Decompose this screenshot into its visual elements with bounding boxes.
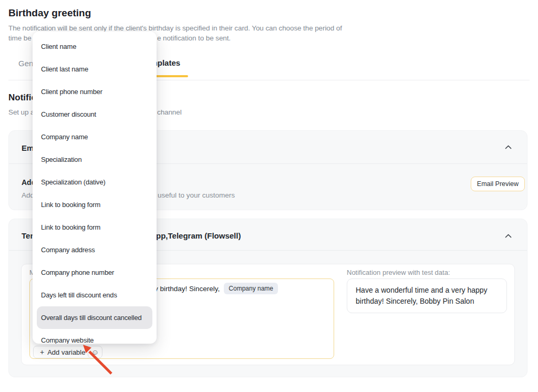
variables-dropdown: Client nameClient last nameClient phone … [33, 32, 157, 344]
editor-text-fragment: y birthday! Sincerely, [154, 285, 220, 293]
dropdown-item[interactable]: Customer discount [33, 103, 157, 126]
dropdown-item[interactable]: Company website [33, 329, 157, 344]
editor-content-row: y birthday! Sincerely, Company name [154, 283, 278, 294]
dropdown-item[interactable]: Client name [33, 35, 157, 58]
dropdown-item[interactable]: Company address [33, 239, 157, 261]
dropdown-item[interactable]: Company name [33, 126, 157, 148]
email-preview-button[interactable]: Email Preview [471, 177, 525, 191]
page-subtitle-line2-right: e notification to be sent. [157, 34, 231, 42]
dropdown-item[interactable]: Link to booking form [33, 193, 157, 216]
company-name-variable-chip[interactable]: Company name [224, 283, 278, 294]
template-card-title-right: pp,Telegram (Flowsell) [156, 231, 241, 240]
notification-preview-text: Have a wonderful time and a very happy b… [356, 285, 498, 307]
chevron-up-icon[interactable] [505, 145, 512, 149]
notification-preview-box: Have a wonderful time and a very happy b… [347, 278, 507, 313]
emoji-picker-button[interactable]: ☺ [88, 346, 102, 358]
variables-dropdown-list: Client nameClient last nameClient phone … [33, 35, 157, 344]
preview-label: Notification preview with test data: [347, 269, 450, 276]
dropdown-item[interactable]: Specialization (dative) [33, 171, 157, 193]
dropdown-item[interactable]: Link to booking form [33, 216, 157, 239]
dropdown-item[interactable]: Client last name [33, 58, 157, 80]
dropdown-item[interactable]: Overall days till discount cancelled [37, 306, 152, 329]
plus-icon: + [40, 348, 44, 356]
email-row-desc-right: useful to your customers [158, 191, 235, 199]
dropdown-item[interactable]: Company phone number [33, 261, 157, 284]
dropdown-item[interactable]: Client phone number [33, 80, 157, 103]
dropdown-item[interactable]: Specialization [33, 148, 157, 171]
add-variable-button[interactable]: + Add variable [33, 346, 92, 358]
section-subtitle-right: channel [157, 108, 182, 116]
smiley-icon: ☺ [91, 348, 99, 356]
page-subtitle-line1: The notification will be sent only if th… [8, 24, 342, 32]
dropdown-item[interactable]: Days left till discount ends [33, 284, 157, 306]
section-subtitle-left: Set up a [8, 108, 35, 116]
page-title: Birthday greeting [8, 7, 91, 19]
add-variable-label: Add variable [47, 348, 85, 356]
chevron-up-icon[interactable] [505, 234, 512, 238]
page-subtitle-line2-left: time be [8, 34, 32, 42]
